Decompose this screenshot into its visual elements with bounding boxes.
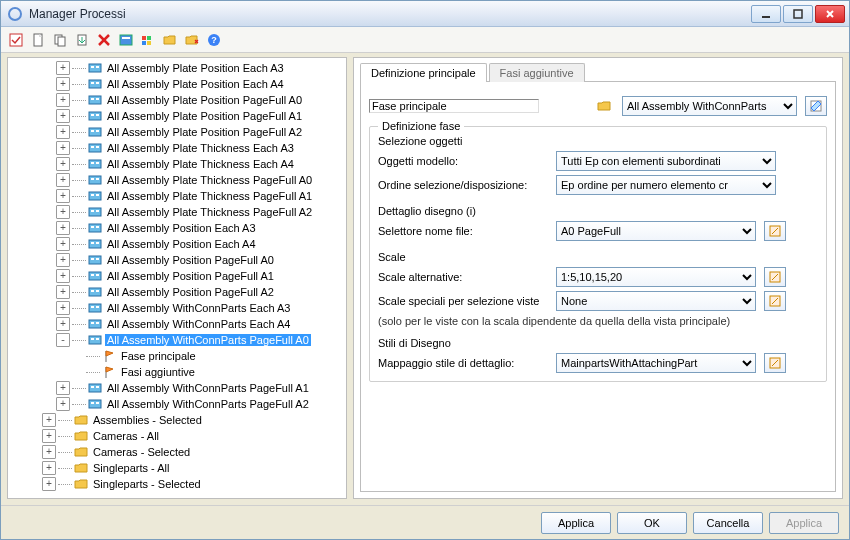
tree-row[interactable]: +All Assembly Position PageFull A0	[10, 252, 344, 268]
expand-toggle-icon[interactable]: +	[56, 109, 70, 123]
expand-toggle-icon[interactable]: +	[42, 413, 56, 427]
tree-row[interactable]: +Cameras - All	[10, 428, 344, 444]
expand-toggle-icon[interactable]: +	[56, 77, 70, 91]
expand-toggle-icon[interactable]: +	[42, 445, 56, 459]
tree-row[interactable]: +Singleparts - All	[10, 460, 344, 476]
selettore-edit-button[interactable]	[764, 221, 786, 241]
tree-row[interactable]: Fase principale	[10, 348, 344, 364]
tree-row[interactable]: +All Assembly Plate Thickness PageFull A…	[10, 172, 344, 188]
expand-toggle-icon[interactable]: -	[56, 333, 70, 347]
tree-item-label[interactable]: Cameras - All	[91, 430, 161, 442]
tree-item-label[interactable]: Assemblies - Selected	[91, 414, 204, 426]
tree-item-label[interactable]: All Assembly Plate Thickness PageFull A2	[105, 206, 314, 218]
tree-item-label[interactable]: All Assembly Plate Position PageFull A2	[105, 126, 304, 138]
toolbar-help-icon[interactable]: ?	[205, 31, 223, 49]
tree-item-label[interactable]: All Assembly WithConnParts Each A4	[105, 318, 292, 330]
tree-row[interactable]: +All Assembly Plate Thickness PageFull A…	[10, 188, 344, 204]
oggetti-modello-select[interactable]: Tutti Ep con elementi subordinati	[556, 151, 776, 171]
ok-button[interactable]: OK	[617, 512, 687, 534]
toolbar-new-icon[interactable]	[29, 31, 47, 49]
tree-row[interactable]: +All Assembly Position PageFull A1	[10, 268, 344, 284]
expand-toggle-icon[interactable]: +	[56, 221, 70, 235]
ordine-select[interactable]: Ep ordine per numero elemento cr	[556, 175, 776, 195]
tree-row[interactable]: +All Assembly Plate Position Each A3	[10, 60, 344, 76]
tree-row[interactable]: +All Assembly Plate Thickness Each A3	[10, 140, 344, 156]
tree-item-label[interactable]: All Assembly Position PageFull A2	[105, 286, 276, 298]
tree[interactable]: +All Assembly Plate Position Each A3+All…	[10, 60, 344, 496]
minimize-button[interactable]	[751, 5, 781, 23]
tree-item-label[interactable]: All Assembly Plate Thickness PageFull A1	[105, 190, 314, 202]
tree-row[interactable]: +All Assembly Plate Thickness Each A4	[10, 156, 344, 172]
expand-toggle-icon[interactable]: +	[42, 461, 56, 475]
expand-toggle-icon[interactable]: +	[56, 237, 70, 251]
scale-alt-select[interactable]: 1:5,10,15,20	[556, 267, 756, 287]
scale-spec-select[interactable]: None	[556, 291, 756, 311]
close-button[interactable]	[815, 5, 845, 23]
toolbar-select-icon[interactable]	[7, 31, 25, 49]
tree-item-label[interactable]: All Assembly Plate Thickness PageFull A0	[105, 174, 314, 186]
toolbar-color-icon[interactable]	[139, 31, 157, 49]
tree-row[interactable]: +All Assembly Plate Position Each A4	[10, 76, 344, 92]
toolbar-copy-icon[interactable]	[51, 31, 69, 49]
tree-row[interactable]: +All Assembly WithConnParts PageFull A1	[10, 380, 344, 396]
tree-item-label[interactable]: All Assembly Plate Thickness Each A3	[105, 142, 296, 154]
tree-row[interactable]: +All Assembly Position Each A3	[10, 220, 344, 236]
tree-item-label[interactable]: All Assembly Plate Position Each A4	[105, 78, 286, 90]
tree-row[interactable]: +All Assembly WithConnParts PageFull A2	[10, 396, 344, 412]
tree-item-label[interactable]: Singleparts - All	[91, 462, 171, 474]
tree-item-label[interactable]: Singleparts - Selected	[91, 478, 203, 490]
expand-toggle-icon[interactable]: +	[56, 397, 70, 411]
tree-item-label[interactable]: All Assembly Plate Thickness Each A4	[105, 158, 296, 170]
tree-item-label[interactable]: Cameras - Selected	[91, 446, 192, 458]
tree-row[interactable]: +Assemblies - Selected	[10, 412, 344, 428]
tree-item-label[interactable]: All Assembly Plate Position PageFull A0	[105, 94, 304, 106]
tree-item-label[interactable]: All Assembly WithConnParts PageFull A2	[105, 398, 311, 410]
toolbar-import-icon[interactable]	[73, 31, 91, 49]
tree-row[interactable]: +All Assembly WithConnParts Each A4	[10, 316, 344, 332]
tree-row[interactable]: +All Assembly Plate Position PageFull A0	[10, 92, 344, 108]
tree-item-label[interactable]: All Assembly Plate Position Each A3	[105, 62, 286, 74]
expand-toggle-icon[interactable]: +	[56, 93, 70, 107]
tree-row[interactable]: -All Assembly WithConnParts PageFull A0	[10, 332, 344, 348]
apply2-button[interactable]: Applica	[769, 512, 839, 534]
tree-item-label[interactable]: All Assembly WithConnParts PageFull A0	[105, 334, 311, 346]
tree-row[interactable]: +Singleparts - Selected	[10, 476, 344, 492]
expand-toggle-icon[interactable]: +	[56, 285, 70, 299]
tab-main[interactable]: Definizione principale	[360, 63, 487, 82]
expand-toggle-icon[interactable]: +	[56, 301, 70, 315]
tree-row[interactable]: +Cameras - Selected	[10, 444, 344, 460]
tree-row[interactable]: +All Assembly Position PageFull A2	[10, 284, 344, 300]
toolbar-folder1-icon[interactable]	[161, 31, 179, 49]
expand-toggle-icon[interactable]: +	[56, 269, 70, 283]
mapping-edit-button[interactable]	[764, 353, 786, 373]
apply-button[interactable]: Applica	[541, 512, 611, 534]
tree-item-label[interactable]: All Assembly Position Each A3	[105, 222, 258, 234]
tree-item-label[interactable]: All Assembly Position PageFull A1	[105, 270, 276, 282]
expand-toggle-icon[interactable]: +	[42, 477, 56, 491]
toolbar-tile-icon[interactable]	[117, 31, 135, 49]
scale-spec-edit-button[interactable]	[764, 291, 786, 311]
expand-toggle-icon[interactable]: +	[56, 381, 70, 395]
tree-row[interactable]: +All Assembly WithConnParts Each A3	[10, 300, 344, 316]
tree-row[interactable]: Fasi aggiuntive	[10, 364, 344, 380]
cancel-button[interactable]: Cancella	[693, 512, 763, 534]
tree-item-label[interactable]: Fasi aggiuntive	[119, 366, 197, 378]
tree-item-label[interactable]: All Assembly Position Each A4	[105, 238, 258, 250]
maximize-button[interactable]	[783, 5, 813, 23]
expand-toggle-icon[interactable]: +	[56, 157, 70, 171]
expand-toggle-icon[interactable]: +	[56, 125, 70, 139]
expand-toggle-icon[interactable]: +	[56, 317, 70, 331]
scale-alt-edit-button[interactable]	[764, 267, 786, 287]
tree-item-label[interactable]: All Assembly WithConnParts PageFull A1	[105, 382, 311, 394]
expand-toggle-icon[interactable]: +	[56, 253, 70, 267]
expand-toggle-icon[interactable]: +	[56, 205, 70, 219]
tree-item-label[interactable]: All Assembly Position PageFull A0	[105, 254, 276, 266]
toolbar-folder2-icon[interactable]	[183, 31, 201, 49]
mapping-select[interactable]: MainpartsWithAttachingPart	[556, 353, 756, 373]
tree-item-label[interactable]: Fase principale	[119, 350, 198, 362]
main-step-select[interactable]: All Assembly WithConnParts	[622, 96, 797, 116]
tree-row[interactable]: +All Assembly Plate Position PageFull A2	[10, 124, 344, 140]
expand-toggle-icon[interactable]: +	[56, 141, 70, 155]
tree-row[interactable]: +All Assembly Position Each A4	[10, 236, 344, 252]
tree-item-label[interactable]: All Assembly WithConnParts Each A3	[105, 302, 292, 314]
